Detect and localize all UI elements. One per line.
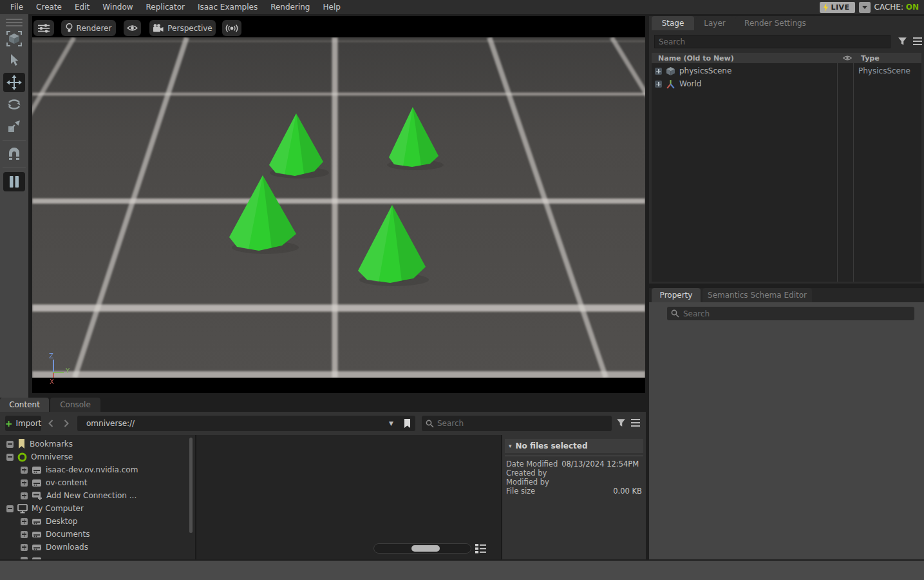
collapse-icon[interactable] [6,454,14,461]
tree-item-my-computer[interactable]: My Computer [6,502,84,515]
move-tool[interactable] [3,73,25,92]
scale-tool[interactable] [3,117,25,136]
content-search[interactable] [422,416,612,431]
snap-tool[interactable] [3,144,25,164]
tree-item-omniverse[interactable]: Omniverse [6,450,73,463]
menu-file[interactable]: File [4,0,30,14]
capture-icon [225,24,238,33]
live-button[interactable]: LIVE [820,2,854,13]
import-button[interactable]: +Import [5,416,41,431]
expand-icon[interactable] [21,518,28,525]
column-name[interactable]: Name (Old to New) [658,54,734,63]
search-icon [671,309,679,318]
cursor-select-tool[interactable] [3,51,25,70]
tree-item-documents[interactable]: Documents [21,528,90,541]
scale-icon [7,119,21,133]
tab-layer[interactable]: Layer [696,16,733,30]
collapse-icon[interactable] [6,505,14,512]
visibility-button[interactable] [124,20,141,36]
rotate-tool[interactable] [3,95,25,114]
path-dropdown-icon[interactable]: ▼ [386,420,396,427]
slider-thumb[interactable] [411,545,440,552]
column-type[interactable]: Type [861,54,880,63]
menu-rendering[interactable]: Rendering [264,0,316,14]
renderer-label: Renderer [77,24,112,33]
tree-scrollbar[interactable] [189,438,193,533]
server-icon [32,466,42,474]
menu-edit[interactable]: Edit [68,0,96,14]
path-input[interactable] [77,419,383,428]
renderer-button[interactable]: Renderer [61,20,116,36]
stage-row-physicsscene[interactable]: physicsScene PhysicsScene [652,64,921,77]
tree-item-isaac-dev[interactable]: isaac-dev.ov.nvidia.com [21,463,138,476]
toolbar-grip-handle[interactable] [6,19,23,26]
property-search-input[interactable] [683,309,910,318]
menu-isaac-examples[interactable]: Isaac Examples [191,0,264,14]
expand-icon[interactable] [21,531,28,538]
expand-icon[interactable] [655,81,662,88]
tab-content[interactable]: Content [0,398,49,412]
tab-stage[interactable]: Stage [652,16,694,30]
live-dropdown-button[interactable] [859,2,871,13]
options-menu-icon[interactable] [913,37,922,45]
visibility-column-icon [843,55,852,61]
tree-item-bookmarks[interactable]: Bookmarks [6,438,73,450]
file-grid-area[interactable] [196,435,501,559]
thumbnail-size-slider[interactable] [373,543,471,554]
tab-console[interactable]: Console [50,398,100,412]
drive-icon [32,530,42,539]
tab-semantics-schema-editor[interactable]: Semantics Schema Editor [702,288,812,302]
collapse-arrow-icon: ▾ [509,443,512,449]
expand-icon[interactable] [21,557,28,560]
viewport-render-area[interactable] [32,37,645,378]
tree-item-desktop[interactable]: Desktop [21,515,78,528]
options-menu-icon[interactable] [631,419,640,427]
collapse-icon[interactable] [6,441,14,448]
stage-search-input[interactable] [654,35,891,48]
bookmark-icon[interactable] [403,419,411,429]
lightning-bolt-icon [823,3,829,12]
path-bar[interactable]: ▼ [77,416,415,431]
menu-create[interactable]: Create [30,0,68,14]
viewport-settings-button[interactable] [33,20,54,36]
property-search[interactable] [667,307,914,320]
tab-render-settings[interactable]: Render Settings [735,16,815,30]
viewport[interactable]: Renderer Perspective [32,16,645,393]
expand-icon[interactable] [21,479,28,487]
tree-item-clipped[interactable] [21,554,42,559]
tree-item-downloads[interactable]: Downloads [21,541,88,554]
tree-item-ov-content[interactable]: ov-content [21,476,87,489]
expand-icon[interactable] [21,544,28,551]
stage-row-world[interactable]: World [652,77,921,90]
list-view-toggle-icon[interactable] [475,544,486,554]
menu-window[interactable]: Window [96,0,139,14]
select-bounds-tool[interactable] [3,29,25,48]
expand-icon[interactable] [655,68,662,75]
app-window: File Create Edit Window Replicator Isaac… [0,0,924,580]
filter-icon[interactable] [898,37,907,46]
content-body: Bookmarks Omniverse isaac- [0,435,646,559]
menu-replicator[interactable]: Replicator [140,0,191,14]
tab-property[interactable]: Property [652,288,701,302]
details-header[interactable]: ▾ No files selected [505,439,643,453]
axis-icon [666,79,675,89]
forward-button[interactable] [61,417,72,430]
back-button[interactable] [45,417,57,430]
menu-bar: File Create Edit Window Replicator Isaac… [0,0,924,14]
content-search-input[interactable] [437,419,608,428]
pause-button[interactable] [3,172,25,191]
cache-value: ON [906,3,919,12]
search-icon [426,420,434,428]
bookmark-icon [17,439,26,449]
z-axis-label: Z [49,353,53,360]
file-details-panel: ▾ No files selected Date Modified 08/13/… [502,435,646,559]
camera-button[interactable]: Perspective [149,20,216,36]
capture-button[interactable] [222,20,241,36]
expand-icon[interactable] [21,492,28,499]
right-panel: Stage Layer Render Settings Name (Old to… [649,16,924,559]
menu-help[interactable]: Help [316,0,346,14]
filter-icon[interactable] [616,418,626,428]
sliders-icon [38,24,50,33]
expand-icon[interactable] [21,467,28,474]
tree-item-add-new-connection[interactable]: Add New Connection ... [21,489,137,502]
